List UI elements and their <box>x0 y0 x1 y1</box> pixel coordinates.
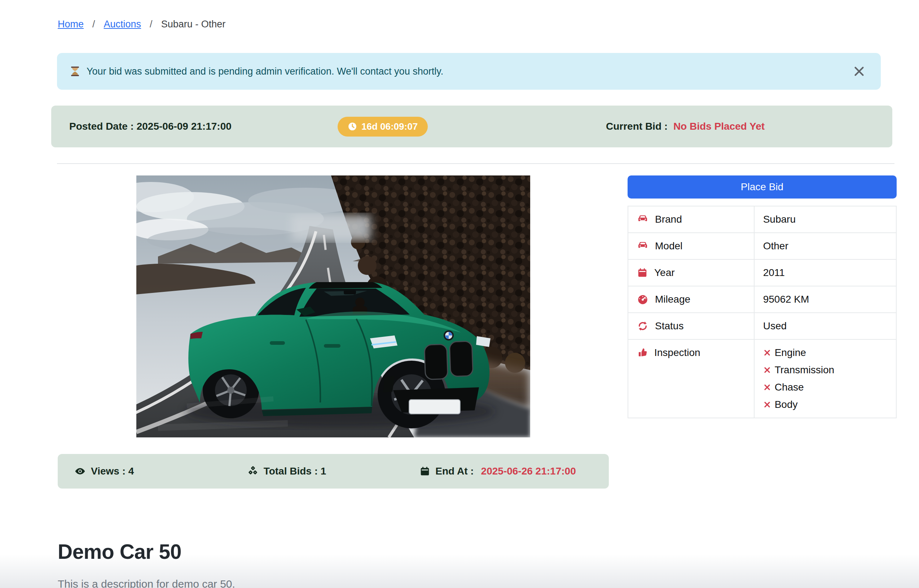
listing-description: This is a description for demo car 50. <box>58 578 919 588</box>
end-at-value: 2025-06-26 21:17:00 <box>481 465 576 477</box>
inspection-item: Engine <box>763 347 887 359</box>
close-icon[interactable] <box>850 62 869 81</box>
current-bid-value: No Bids Placed Yet <box>673 121 765 132</box>
views-stat: Views : 4 <box>74 465 247 477</box>
end-at-label: End At : <box>435 465 473 477</box>
detail-label: Mileage <box>655 294 690 305</box>
x-mark-icon <box>763 349 771 357</box>
inspection-item-label: Engine <box>775 347 806 359</box>
inspection-item-label: Transmission <box>775 364 834 376</box>
clock-icon <box>348 122 357 131</box>
inspection-item-label: Chase <box>775 381 804 393</box>
table-row-brand: Brand Subaru <box>628 206 896 233</box>
car-side-icon <box>637 240 648 252</box>
table-row-inspection: Inspection Engine <box>628 339 896 418</box>
page-title: Demo Car 50 <box>58 540 919 564</box>
table-row-model: Model Other <box>628 233 896 259</box>
detail-label: Inspection <box>654 347 700 359</box>
breadcrumb-separator: / <box>150 19 152 30</box>
total-bids-stat: Total Bids : 1 <box>247 465 420 477</box>
detail-label: Status <box>655 320 684 332</box>
inspection-item: Body <box>763 399 887 410</box>
countdown-badge: 16d 06:09:07 <box>337 117 428 137</box>
hourglass-icon <box>69 66 81 77</box>
detail-label: Year <box>654 267 675 278</box>
detail-label: Model <box>655 240 682 252</box>
vehicle-details-table: Brand Subaru Model Other <box>627 206 896 418</box>
breadcrumb-current: Subaru - Other <box>161 19 226 30</box>
car-side-icon <box>637 214 648 225</box>
countdown-value: 16d 06:09:07 <box>361 121 418 132</box>
table-row-status: Status Used <box>628 313 896 339</box>
right-column: Place Bid Brand Subaru <box>627 176 896 489</box>
inspection-item-label: Body <box>775 399 798 410</box>
vehicle-photo <box>136 176 530 438</box>
main-content: Views : 4 Total Bids : 1 <box>58 176 919 489</box>
alert-message: Your bid was submitted and is pending ad… <box>87 66 443 77</box>
x-mark-icon <box>763 383 771 391</box>
x-mark-icon <box>763 366 771 374</box>
detail-value: 95062 KM <box>754 286 896 313</box>
section-divider <box>57 163 895 164</box>
current-bid-label: Current Bid : <box>606 121 668 132</box>
auction-stats-bar: Views : 4 Total Bids : 1 <box>58 454 609 489</box>
current-bid: Current Bid : No Bids Placed Yet <box>606 121 874 132</box>
thumbs-up-icon <box>637 347 648 358</box>
inspection-item: Transmission <box>763 364 887 376</box>
inspection-values: Engine Transmission Chase <box>754 339 896 418</box>
cubes-icon <box>247 465 259 477</box>
place-bid-button[interactable]: Place Bid <box>627 176 896 199</box>
refresh-arrows-icon <box>637 320 648 332</box>
breadcrumb-separator: / <box>92 19 95 30</box>
auction-meta-bar: Posted Date : 2025-06-09 21:17:00 16d 06… <box>51 105 892 147</box>
posted-date: Posted Date : 2025-06-09 21:17:00 <box>69 121 337 132</box>
calendar-icon <box>420 466 430 477</box>
detail-value: 2011 <box>754 259 896 286</box>
breadcrumb-link-auctions[interactable]: Auctions <box>104 19 141 30</box>
detail-label: Brand <box>655 214 682 225</box>
eye-icon <box>74 465 86 477</box>
total-bids-value: Total Bids : 1 <box>264 465 326 477</box>
table-row-mileage: Mileage 95062 KM <box>628 286 896 313</box>
left-column: Views : 4 Total Bids : 1 <box>58 176 609 489</box>
bid-pending-alert: Your bid was submitted and is pending ad… <box>57 53 881 90</box>
speedometer-icon <box>637 294 648 305</box>
table-row-year: Year 2011 <box>628 259 896 286</box>
calendar-icon <box>637 267 648 278</box>
detail-value: Subaru <box>754 206 896 233</box>
inspection-item: Chase <box>763 381 887 393</box>
x-mark-icon <box>763 401 771 409</box>
breadcrumb-link-home[interactable]: Home <box>58 19 84 30</box>
views-value: Views : 4 <box>91 465 134 477</box>
detail-value: Other <box>754 233 896 259</box>
end-at-stat: End At : 2025-06-26 21:17:00 <box>420 465 592 477</box>
breadcrumb: Home / Auctions / Subaru - Other <box>58 19 919 30</box>
detail-value: Used <box>754 313 896 339</box>
